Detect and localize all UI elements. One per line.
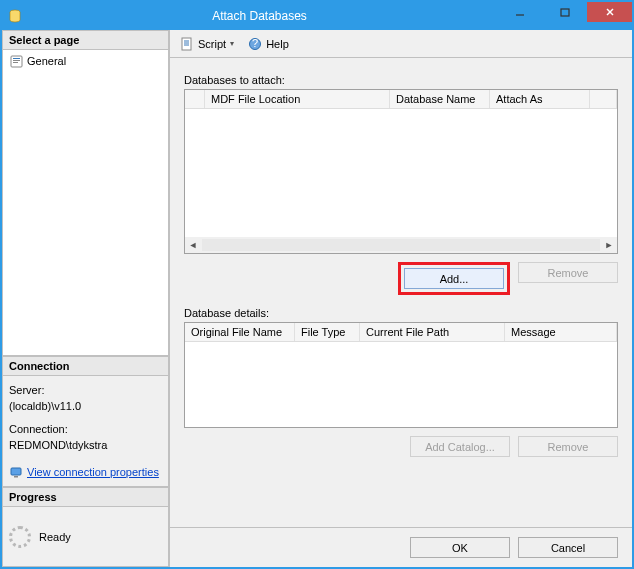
help-button[interactable]: ? Help [244, 35, 293, 53]
page-list: General [2, 50, 169, 356]
col-database-name[interactable]: Database Name [390, 90, 490, 108]
titlebar[interactable]: Attach Databases [2, 2, 632, 30]
minimize-button[interactable] [497, 2, 542, 22]
database-details-grid[interactable]: Original File Name File Type Current Fil… [184, 322, 618, 428]
cancel-button[interactable]: Cancel [518, 537, 618, 558]
chevron-down-icon: ▾ [230, 39, 234, 48]
col-message[interactable]: Message [505, 323, 617, 341]
window-title: Attach Databases [22, 9, 497, 23]
ok-button[interactable]: OK [410, 537, 510, 558]
maximize-button[interactable] [542, 2, 587, 22]
svg-text:?: ? [252, 37, 258, 49]
script-label: Script [198, 38, 226, 50]
svg-rect-6 [13, 58, 20, 59]
svg-rect-9 [11, 468, 21, 475]
svg-rect-5 [11, 56, 22, 67]
col-file-type[interactable]: File Type [295, 323, 360, 341]
connection-label: Connection: [9, 421, 162, 438]
grid-header: Original File Name File Type Current Fil… [185, 323, 617, 342]
sidebar: Select a page General Connection Server:… [2, 30, 170, 567]
add-button-highlight: Add... [398, 262, 510, 295]
svg-rect-2 [561, 9, 569, 16]
page-icon [9, 54, 23, 68]
page-item-general[interactable]: General [5, 52, 166, 70]
svg-rect-8 [13, 62, 18, 63]
col-original-file-name[interactable]: Original File Name [185, 323, 295, 341]
svg-rect-10 [14, 476, 18, 478]
script-dropdown[interactable]: Script ▾ [176, 35, 238, 53]
script-icon [180, 37, 194, 51]
col-attach-as[interactable]: Attach As [490, 90, 590, 108]
remove-detail-button: Remove [518, 436, 618, 457]
progress-status: Ready [39, 531, 71, 543]
svg-rect-7 [13, 60, 20, 61]
help-icon: ? [248, 37, 262, 51]
databases-to-attach-label: Databases to attach: [184, 74, 618, 86]
connection-header: Connection [2, 356, 169, 376]
select-page-header: Select a page [2, 30, 169, 50]
svg-rect-11 [182, 38, 191, 50]
dialog-footer: OK Cancel [170, 527, 632, 567]
scroll-track[interactable] [202, 239, 600, 251]
add-button[interactable]: Add... [404, 268, 504, 289]
col-mdf-location[interactable]: MDF File Location [205, 90, 390, 108]
scroll-left-icon[interactable]: ◄ [185, 237, 201, 253]
help-label: Help [266, 38, 289, 50]
page-label: General [27, 55, 66, 67]
progress-spinner-icon [9, 526, 31, 548]
toolbar: Script ▾ ? Help [170, 30, 632, 58]
progress-panel: Ready [2, 507, 169, 567]
connection-properties-icon [9, 465, 23, 479]
add-catalog-button: Add Catalog... [410, 436, 510, 457]
view-connection-properties-link[interactable]: View connection properties [27, 464, 159, 481]
server-label: Server: [9, 382, 162, 399]
close-button[interactable] [587, 2, 632, 22]
scroll-right-icon[interactable]: ► [601, 237, 617, 253]
attach-databases-window: Attach Databases Select a page General C… [0, 0, 634, 569]
database-details-label: Database details: [184, 307, 618, 319]
database-icon [2, 9, 22, 23]
horizontal-scrollbar[interactable]: ◄ ► [185, 237, 617, 253]
grid-header: MDF File Location Database Name Attach A… [185, 90, 617, 109]
databases-to-attach-grid[interactable]: MDF File Location Database Name Attach A… [184, 89, 618, 254]
remove-button: Remove [518, 262, 618, 283]
col-current-file-path[interactable]: Current File Path [360, 323, 505, 341]
grid-body [185, 342, 617, 427]
grid-body [185, 109, 617, 237]
connection-value: REDMOND\tdykstra [9, 437, 162, 454]
progress-header: Progress [2, 487, 169, 507]
server-value: (localdb)\v11.0 [9, 398, 162, 415]
connection-panel: Server: (localdb)\v11.0 Connection: REDM… [2, 376, 169, 488]
